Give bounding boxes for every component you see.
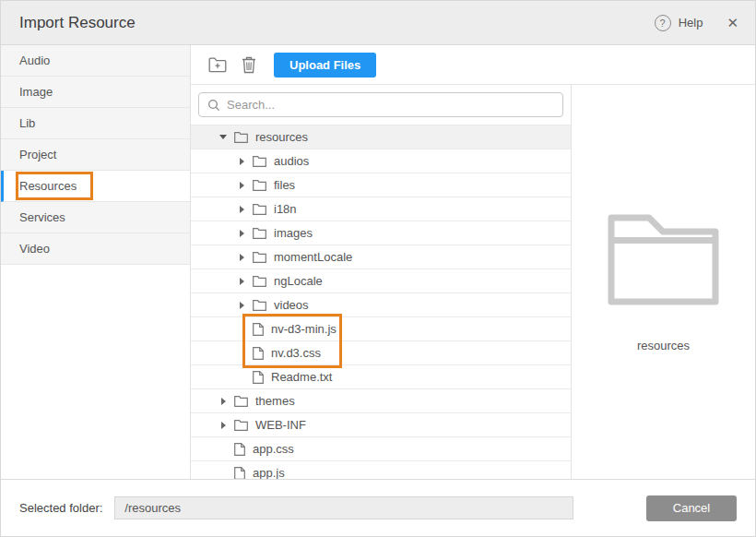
sidebar-item-label: Image xyxy=(19,85,53,99)
folder-icon xyxy=(253,179,266,191)
tree-row-label: WEB-INF xyxy=(255,418,306,432)
folder-icon xyxy=(253,227,266,239)
sidebar-item-audio[interactable]: Audio xyxy=(1,45,190,77)
selected-folder-label: Selected folder: xyxy=(19,501,102,515)
chevron-right-icon[interactable] xyxy=(240,302,244,309)
delete-button[interactable] xyxy=(240,54,258,76)
new-folder-icon xyxy=(208,57,227,73)
chevron-down-icon[interactable] xyxy=(219,135,227,139)
tree-row[interactable]: Readme.txt xyxy=(191,365,571,389)
folder-icon xyxy=(234,419,248,431)
folder-icon xyxy=(253,155,266,167)
sidebar-item-lib[interactable]: Lib xyxy=(1,108,190,139)
tree-row-label: app.js xyxy=(253,466,285,479)
file-icon xyxy=(253,323,264,336)
cancel-button[interactable]: Cancel xyxy=(646,495,737,521)
file-icon xyxy=(253,323,264,336)
tree-row[interactable]: app.css xyxy=(191,437,571,461)
file-tree-panel: resourcesaudiosfilesi18nimagesmomentLoca… xyxy=(191,85,572,479)
sidebar-item-video[interactable]: Video xyxy=(1,233,190,265)
search-icon xyxy=(207,99,220,112)
search-input[interactable] xyxy=(227,98,554,112)
folder-icon xyxy=(253,179,266,191)
tree-row[interactable]: i18n xyxy=(191,197,571,221)
tree-row-label: audios xyxy=(274,154,309,168)
folder-icon xyxy=(234,131,248,143)
folder-icon xyxy=(234,131,248,143)
help-link[interactable]: Help xyxy=(679,16,703,30)
file-icon xyxy=(253,347,264,360)
chevron-right-icon[interactable] xyxy=(221,422,226,429)
chevron-right-icon[interactable] xyxy=(240,206,244,213)
header-actions: ? Help ✕ xyxy=(655,15,738,31)
tree-row[interactable]: nv-d3-min.js xyxy=(191,317,571,341)
sidebar-item-label: Resources xyxy=(19,179,77,193)
folder-preview-icon xyxy=(606,211,721,305)
tree-row[interactable]: momentLocale xyxy=(191,245,571,269)
sidebar-item-image[interactable]: Image xyxy=(1,77,190,108)
chevron-right-icon[interactable] xyxy=(240,254,244,261)
search-box[interactable] xyxy=(198,92,563,117)
folder-icon xyxy=(253,203,266,215)
tree-row[interactable]: videos xyxy=(191,293,571,317)
tree-row[interactable]: app.js xyxy=(191,461,571,479)
trash-icon xyxy=(242,56,256,74)
folder-icon xyxy=(253,227,266,239)
content-area: resourcesaudiosfilesi18nimagesmomentLoca… xyxy=(191,85,755,479)
tree-row[interactable]: ngLocale xyxy=(191,269,571,293)
tree-row[interactable]: WEB-INF xyxy=(191,413,571,437)
tree-row-label: videos xyxy=(274,298,309,312)
main-panel: Upload Files resourcesaudiosfilesi18ni xyxy=(191,45,755,479)
sidebar-item-label: Services xyxy=(19,210,65,224)
preview-panel: resources xyxy=(572,85,755,479)
tree-row-label: app.css xyxy=(253,442,294,456)
toolbar: Upload Files xyxy=(191,45,755,85)
new-folder-button[interactable] xyxy=(207,55,229,75)
sidebar-item-resources[interactable]: Resources xyxy=(1,171,190,202)
dialog-header: Import Resource ? Help ✕ xyxy=(1,1,755,45)
tree-row[interactable]: nv.d3.css xyxy=(191,341,571,365)
search-bar xyxy=(191,85,571,125)
sidebar: AudioImageLibProjectResourcesServicesVid… xyxy=(1,45,191,479)
chevron-right-icon[interactable] xyxy=(240,230,244,237)
file-icon xyxy=(234,467,245,480)
chevron-right-icon[interactable] xyxy=(240,182,244,189)
file-icon xyxy=(253,371,264,384)
selected-folder-input[interactable] xyxy=(114,496,573,519)
folder-icon xyxy=(234,395,248,407)
folder-icon xyxy=(253,155,266,167)
close-icon[interactable]: ✕ xyxy=(726,15,738,31)
sidebar-item-services[interactable]: Services xyxy=(1,202,190,233)
tree-row-label: i18n xyxy=(274,202,297,216)
sidebar-item-label: Project xyxy=(19,148,56,161)
folder-icon xyxy=(253,275,266,287)
tree-row-label: momentLocale xyxy=(274,250,352,264)
chevron-right-icon[interactable] xyxy=(240,278,244,285)
upload-files-button[interactable]: Upload Files xyxy=(274,53,376,78)
file-icon xyxy=(253,347,264,360)
import-resource-dialog: Import Resource ? Help ✕ AudioImageLibPr… xyxy=(0,0,756,537)
folder-icon xyxy=(234,395,248,407)
tree-row-label: nv-d3-min.js xyxy=(271,322,337,336)
page-title: Import Resource xyxy=(19,14,136,32)
folder-icon xyxy=(253,299,266,311)
tree-row[interactable]: images xyxy=(191,221,571,245)
sidebar-item-label: Lib xyxy=(19,116,35,130)
file-icon xyxy=(234,443,245,456)
tree-row[interactable]: themes xyxy=(191,389,571,413)
chevron-right-icon[interactable] xyxy=(240,158,244,165)
folder-icon xyxy=(253,203,266,215)
tree-row-label: images xyxy=(274,226,313,240)
tree-row[interactable]: audios xyxy=(191,149,571,173)
folder-icon xyxy=(234,419,248,431)
sidebar-item-label: Audio xyxy=(19,54,50,67)
dialog-footer: Selected folder: Cancel xyxy=(1,479,755,536)
file-icon xyxy=(234,467,245,480)
file-icon xyxy=(253,371,264,384)
tree-row[interactable]: files xyxy=(191,173,571,197)
folder-icon xyxy=(253,251,266,263)
question-circle-icon[interactable]: ? xyxy=(655,15,671,31)
tree-row[interactable]: resources xyxy=(191,125,571,149)
chevron-right-icon[interactable] xyxy=(221,398,226,405)
sidebar-item-project[interactable]: Project xyxy=(1,139,190,171)
